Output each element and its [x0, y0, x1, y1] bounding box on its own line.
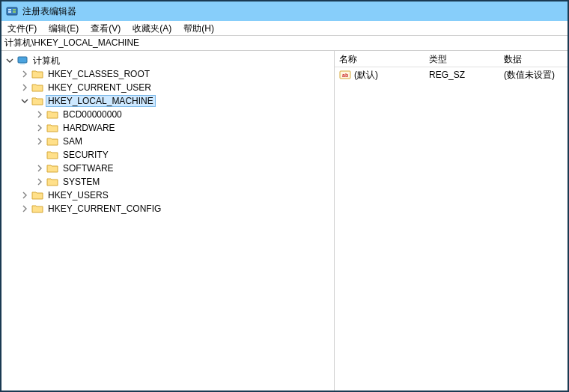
value-name: (默认) — [354, 69, 425, 82]
values-header: 名称 类型 数据 — [335, 51, 568, 67]
chevron-down-icon[interactable] — [19, 96, 30, 106]
value-data: (数值未设置) — [499, 69, 568, 82]
tree-security[interactable]: · SECURITY — [1, 148, 334, 162]
tree-label: SAM — [61, 136, 84, 147]
column-name[interactable]: 名称 — [335, 51, 425, 67]
folder-icon — [46, 122, 58, 134]
svg-text:ab: ab — [342, 73, 348, 78]
values-body: ab (默认) REG_SZ (数值未设置) — [335, 67, 568, 391]
chevron-right-icon[interactable] — [34, 136, 45, 147]
values-pane[interactable]: 名称 类型 数据 ab (默认) REG_SZ (数值未设置) — [335, 51, 568, 391]
svg-rect-2 — [8, 11, 11, 13]
svg-rect-3 — [13, 9, 16, 10]
menu-file[interactable]: 文件(F) — [1, 21, 43, 36]
content-area: 计算机 HKEY_CLASSES_ROOT — [1, 51, 568, 391]
regedit-window: 注册表编辑器 文件(F) 编辑(E) 查看(V) 收藏夹(A) 帮助(H) 计算… — [0, 0, 569, 392]
computer-icon — [16, 55, 28, 67]
tree-system[interactable]: SYSTEM — [1, 175, 334, 189]
tree-hkcr[interactable]: HKEY_CLASSES_ROOT — [1, 67, 334, 81]
svg-rect-1 — [8, 9, 11, 10]
tree-label: HKEY_CURRENT_CONFIG — [46, 203, 162, 214]
menubar: 文件(F) 编辑(E) 查看(V) 收藏夹(A) 帮助(H) — [1, 21, 568, 36]
tree-hkcc[interactable]: HKEY_CURRENT_CONFIG — [1, 202, 334, 215]
folder-icon — [46, 149, 58, 161]
folder-icon — [31, 82, 43, 94]
string-value-icon: ab — [339, 69, 351, 81]
app-icon — [6, 5, 18, 17]
tree-label: 计算机 — [31, 55, 61, 67]
chevron-right-icon[interactable] — [19, 190, 30, 200]
tree-label: HKEY_CURRENT_USER — [46, 82, 153, 93]
menu-favorites[interactable]: 收藏夹(A) — [127, 21, 177, 36]
titlebar[interactable]: 注册表编辑器 — [1, 1, 568, 21]
chevron-right-icon[interactable] — [19, 69, 30, 79]
folder-icon — [46, 108, 58, 120]
folder-icon — [31, 189, 43, 201]
folder-icon — [46, 176, 58, 188]
tree-label: HKEY_CLASSES_ROOT — [46, 69, 151, 79]
address-text: 计算机\HKEY_LOCAL_MACHINE — [4, 37, 139, 49]
window-title: 注册表编辑器 — [22, 5, 76, 18]
tree-label: SOFTWARE — [61, 163, 115, 174]
column-type[interactable]: 类型 — [425, 51, 499, 67]
tree-sam[interactable]: SAM — [1, 135, 334, 148]
chevron-right-icon[interactable] — [34, 163, 45, 174]
svg-rect-6 — [20, 63, 25, 64]
chevron-right-icon[interactable] — [19, 203, 30, 214]
chevron-right-icon[interactable] — [34, 109, 45, 120]
tree-label: SYSTEM — [61, 177, 101, 187]
folder-icon — [46, 162, 58, 174]
tree-label: BCD00000000 — [61, 109, 124, 120]
tree-pane[interactable]: 计算机 HKEY_CLASSES_ROOT — [1, 51, 335, 391]
address-bar[interactable]: 计算机\HKEY_LOCAL_MACHINE — [1, 36, 568, 51]
tree-bcd[interactable]: BCD00000000 — [1, 108, 334, 121]
chevron-right-icon[interactable] — [19, 82, 30, 93]
tree-hardware[interactable]: HARDWARE — [1, 121, 334, 135]
tree-label: HKEY_LOCAL_MACHINE — [46, 96, 155, 106]
menu-help[interactable]: 帮助(H) — [177, 21, 220, 36]
folder-icon — [31, 203, 43, 215]
tree-hkcu[interactable]: HKEY_CURRENT_USER — [1, 81, 334, 94]
column-data[interactable]: 数据 — [499, 51, 568, 67]
tree-label: HARDWARE — [61, 123, 117, 133]
value-type: REG_SZ — [425, 70, 499, 80]
folder-icon — [31, 68, 43, 80]
value-row[interactable]: ab (默认) REG_SZ (数值未设置) — [335, 67, 568, 82]
svg-rect-4 — [13, 11, 16, 13]
menu-edit[interactable]: 编辑(E) — [43, 21, 85, 36]
chevron-right-icon[interactable] — [34, 177, 45, 187]
folder-icon — [31, 95, 43, 107]
tree-hku[interactable]: HKEY_USERS — [1, 189, 334, 202]
tree-root[interactable]: 计算机 HKEY_CLASSES_ROOT — [1, 54, 334, 215]
chevron-right-icon[interactable] — [34, 123, 45, 133]
svg-rect-5 — [18, 57, 27, 63]
chevron-down-icon[interactable] — [4, 55, 15, 66]
tree-label: SECURITY — [61, 150, 110, 160]
tree-software[interactable]: SOFTWARE — [1, 162, 334, 175]
folder-icon — [46, 135, 58, 147]
menu-view[interactable]: 查看(V) — [85, 21, 127, 36]
tree-hklm[interactable]: HKEY_LOCAL_MACHINE — [1, 94, 334, 189]
tree-label: HKEY_USERS — [46, 190, 110, 200]
